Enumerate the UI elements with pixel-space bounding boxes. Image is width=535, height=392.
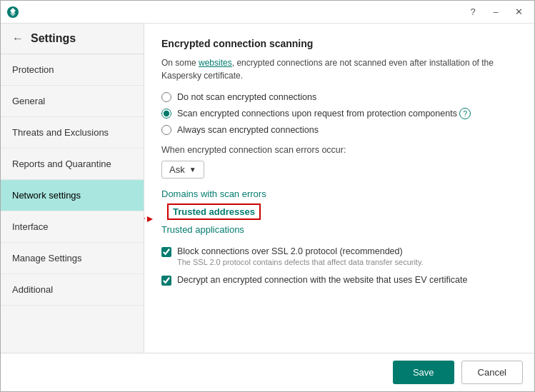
sidebar-item-interface[interactable]: Interface [1, 211, 144, 243]
sidebar: ← Settings Protection General Threats an… [1, 24, 144, 353]
ask-dropdown[interactable]: Ask ▼ [161, 161, 204, 179]
checkbox-ssl2-label: Block connections over SSL 2.0 protocol … [177, 246, 424, 256]
scan-error-label: When encrypted connection scan errors oc… [161, 145, 517, 155]
radio-group: Do not scan encrypted connections Scan e… [161, 92, 517, 135]
cancel-button[interactable]: Cancel [461, 361, 523, 384]
radio-no-scan: Do not scan encrypted connections [161, 92, 517, 102]
checkbox-ssl2-sublabel: The SSL 2.0 protocol contains defects th… [177, 258, 424, 266]
content-area: ← Settings Protection General Threats an… [1, 24, 534, 353]
checkbox-group: Block connections over SSL 2.0 protocol … [161, 246, 517, 286]
chevron-down-icon: ▼ [189, 166, 196, 174]
settings-title: Settings [31, 32, 76, 45]
links-section: Domains with scan errors Trusted address… [161, 189, 517, 235]
dropdown-value: Ask [169, 164, 185, 175]
radio-always-input[interactable] [161, 125, 171, 135]
svg-marker-1 [147, 216, 153, 222]
sidebar-item-general[interactable]: General [1, 86, 144, 117]
checkbox-ev: Decrypt an encrypted connection with the… [161, 275, 517, 286]
websites-link[interactable]: websites [199, 58, 232, 68]
title-bar-controls: ? – ✕ [463, 4, 529, 20]
checkbox-ssl2-input[interactable] [161, 247, 171, 257]
arrow-annotation [144, 208, 158, 230]
sidebar-item-manage[interactable]: Manage Settings [1, 243, 144, 274]
trusted-applications-link[interactable]: Trusted applications [161, 224, 517, 235]
checkbox-ev-label: Decrypt an encrypted connection with the… [177, 275, 467, 285]
back-button[interactable]: ← [12, 32, 24, 45]
save-button[interactable]: Save [393, 361, 454, 384]
description: On some websites, encrypted connections … [161, 56, 517, 82]
description-text1: On some [161, 58, 199, 68]
checkbox-ev-text: Decrypt an encrypted connection with the… [177, 275, 467, 285]
settings-window: ? – ✕ ← Settings Protection General Thre… [0, 0, 535, 392]
radio-no-scan-label[interactable]: Do not scan encrypted connections [177, 92, 316, 102]
title-bar: ? – ✕ [1, 1, 534, 24]
sidebar-item-protection[interactable]: Protection [1, 54, 144, 86]
radio-on-request-label: Scan encrypted connections upon request … [177, 108, 471, 119]
sidebar-item-network[interactable]: Network settings [1, 180, 144, 211]
radio-always-label[interactable]: Always scan encrypted connections [177, 125, 319, 135]
radio-no-scan-input[interactable] [161, 92, 171, 102]
close-button[interactable]: ✕ [509, 4, 529, 20]
checkbox-ssl2: Block connections over SSL 2.0 protocol … [161, 246, 517, 266]
help-circle-icon[interactable]: ? [459, 108, 471, 119]
checkbox-ssl2-text: Block connections over SSL 2.0 protocol … [177, 246, 424, 266]
domains-link[interactable]: Domains with scan errors [161, 189, 517, 199]
radio-on-request: Scan encrypted connections upon request … [161, 108, 517, 119]
radio-always: Always scan encrypted connections [161, 125, 517, 135]
minimize-button[interactable]: – [486, 4, 506, 20]
sidebar-item-reports[interactable]: Reports and Quarantine [1, 149, 144, 180]
section-title: Encrypted connection scanning [161, 38, 517, 49]
settings-header: ← Settings [1, 24, 144, 54]
help-button[interactable]: ? [463, 4, 483, 20]
main-content: Encrypted connection scanning On some we… [144, 24, 534, 353]
sidebar-item-threats[interactable]: Threats and Exclusions [1, 117, 144, 149]
checkbox-ev-input[interactable] [161, 276, 171, 286]
trusted-addresses-link[interactable]: Trusted addresses [167, 203, 261, 220]
kaspersky-logo-icon [6, 6, 19, 19]
sidebar-item-additional[interactable]: Additional [1, 274, 144, 306]
footer: Save Cancel [1, 353, 534, 391]
radio-on-request-input[interactable] [161, 109, 171, 119]
title-bar-left [6, 6, 19, 19]
